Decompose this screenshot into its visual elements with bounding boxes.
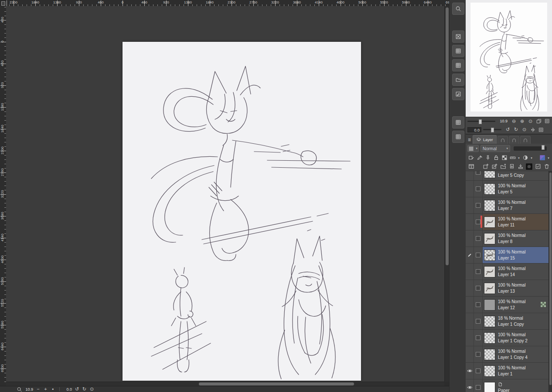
layer-checkbox[interactable] [474,197,483,213]
layer-visibility-toggle[interactable] [466,214,474,230]
reset-rotation-button[interactable]: ⊙ [521,126,528,133]
status-zoom-in-button[interactable]: + [43,386,48,392]
layer-visibility-toggle[interactable] [466,297,474,313]
opacity-slider[interactable] [514,146,547,151]
layer-row[interactable]: 100 % NormalLayer 8 [466,230,549,247]
layer-checkbox[interactable] [474,346,483,362]
layer-row[interactable]: 100 % NormalLayer 1 Copy 4 [466,346,549,363]
history-palette-icon[interactable] [452,131,464,143]
layer-visibility-toggle[interactable] [466,264,474,280]
apply-mask-button[interactable] [534,163,542,170]
layer-row[interactable]: 100 % NormalLayer 12 [466,297,549,313]
layer-checkbox[interactable] [474,313,483,329]
new-raster-layer-button[interactable] [482,163,489,170]
delete-layer-button[interactable] [543,163,550,170]
tab-panel-4[interactable] [520,136,531,144]
palette-dock-icon[interactable] [467,154,475,162]
vertical-scroll-thumb[interactable] [446,7,449,265]
effect-menu-caret[interactable]: ▾ [530,154,533,162]
horizontal-scroll-thumb[interactable] [199,382,354,385]
layer-row[interactable]: Paper [466,379,549,392]
lock-icon[interactable] [492,154,500,162]
flip-horizontal-button[interactable] [529,126,536,133]
layer-list-scroll-thumb[interactable] [549,172,552,385]
layer-thumbnail[interactable] [484,316,495,327]
rotate-ccw-button[interactable]: ↺ [504,126,511,133]
layer-panel-menu-button[interactable]: ≡ [468,137,471,143]
layer-checkbox[interactable] [474,214,483,230]
layer-checkbox[interactable] [474,330,483,346]
subview-palette-icon[interactable] [452,45,464,57]
navigator-preview[interactable] [466,0,552,117]
layer-row[interactable]: 100 % NormalLayer 7 [466,197,549,214]
layer-visibility-toggle[interactable] [466,171,474,180]
navigator-zoom-slider[interactable] [467,121,495,122]
layer-checkbox[interactable] [474,171,483,180]
rotate-cw-button[interactable]: ↻ [512,126,520,133]
canvas-page[interactable] [123,42,361,381]
new-vector-layer-button[interactable] [491,163,498,170]
layer-thumbnail[interactable] [484,365,495,377]
close-palette-icon[interactable] [452,30,464,43]
layer-visibility-toggle[interactable] [466,379,474,392]
material-palette-icon[interactable] [452,116,464,128]
create-mask-button[interactable] [525,163,533,170]
rotation-slider-thumb[interactable] [491,128,494,132]
tab-layer[interactable]: Layer [473,135,497,144]
layer-row[interactable]: 100 % NormalLayer 13 [466,280,549,297]
layer-list-scrollbar[interactable] [549,171,552,392]
zoom-out-button[interactable]: ⊖ [510,118,518,125]
edit-palette-icon[interactable] [452,88,464,100]
layer-row[interactable]: 100 % NormalLayer 11 [466,214,549,230]
layer-thumbnail[interactable] [484,183,495,195]
zoom-in-button[interactable]: ⊕ [518,118,526,125]
layer-thumbnail[interactable] [484,283,495,294]
layer-visibility-toggle[interactable] [466,363,474,379]
layer-checkbox[interactable] [474,230,483,247]
layer-row[interactable]: 100 % NormalLayer 15 [466,247,549,264]
merge-down-button[interactable] [517,163,524,170]
status-fit-button[interactable]: ▪ [50,386,56,392]
lock-layer-icon[interactable] [476,154,483,162]
navigator-rotation-slider[interactable] [483,129,501,130]
layer-visibility-toggle[interactable] [466,197,474,213]
new-folder-button[interactable] [499,163,507,170]
layer-visibility-toggle[interactable] [466,346,474,362]
info-palette-icon[interactable] [452,59,464,71]
layer-checkbox[interactable] [474,264,483,280]
status-rotate-ccw-button[interactable]: ↺ [74,386,80,392]
layer-thumbnail[interactable] [484,200,495,211]
layer-thumbnail[interactable] [484,332,495,344]
layer-visibility-toggle[interactable] [466,230,474,247]
fit-to-screen-button[interactable] [543,118,551,125]
layer-row[interactable]: 18 % NormalLayer 1 Copy [466,313,549,330]
ruler-menu-caret[interactable]: ▾ [517,154,521,162]
zoom-100-button[interactable]: ⊙ [527,118,534,125]
layer-visibility-toggle[interactable] [466,181,474,197]
status-reset-rotation-button[interactable]: ⊙ [89,386,95,392]
blend-mode-dropdown[interactable]: Normal▾ [480,145,510,152]
layer-visibility-toggle[interactable] [466,330,474,346]
layer-thumbnail[interactable] [484,250,495,261]
layer-checkbox[interactable] [474,181,483,197]
status-zoom-out-button[interactable]: − [35,386,41,392]
tab-panel-3[interactable] [509,136,519,144]
layer-row[interactable]: 100 % NormalLayer 5 [466,181,549,197]
editing-layer-pencil-icon[interactable] [466,247,474,263]
cascade-view-button[interactable] [535,118,542,125]
layer-visibility-toggle[interactable] [466,280,474,296]
layer-row[interactable]: Layer 5 Copy [466,171,549,181]
zoom-tool-icon[interactable] [452,3,464,15]
opacity-slider-thumb[interactable] [542,145,545,150]
reset-view-button[interactable] [537,126,545,133]
layer-checkbox[interactable] [474,363,483,379]
layer-visibility-toggle[interactable] [466,313,474,329]
ruler-origin-button[interactable] [0,0,7,7]
lock-transparent-pixels-icon[interactable] [501,154,508,162]
layer-thumbnail[interactable] [484,216,495,228]
layer-thumbnail[interactable] [484,299,495,311]
layer-color-caret[interactable]: ▾ [547,154,550,162]
layer-row[interactable]: 100 % NormalLayer 1 [466,363,549,379]
pin-layer-icon[interactable] [484,154,491,162]
transfer-layer-button[interactable] [508,163,515,170]
